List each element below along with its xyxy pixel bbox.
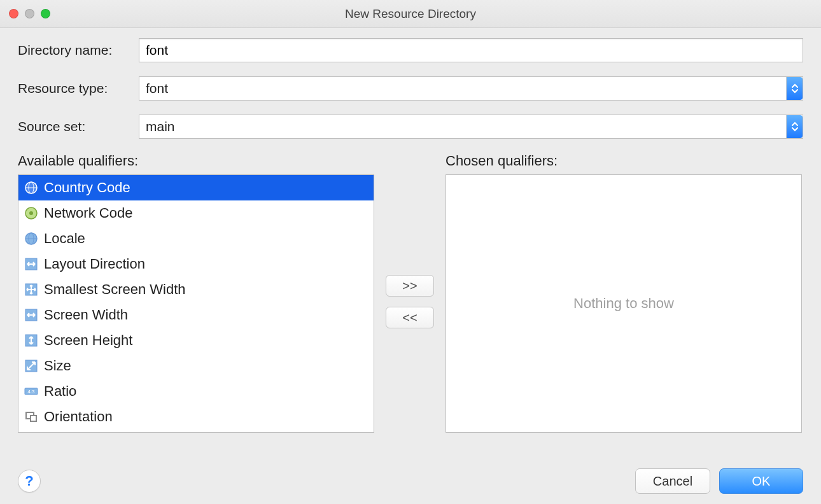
window-controls	[9, 9, 50, 18]
arrows-h-icon	[24, 256, 39, 272]
qualifier-label: Layout Direction	[44, 256, 145, 272]
arrows-h-icon	[24, 307, 39, 323]
dropdown-stepper-icon	[786, 115, 803, 138]
globe-flag-icon	[24, 180, 39, 195]
source-set-label: Source set:	[18, 119, 139, 134]
available-qualifier-item[interactable]: Country Code	[18, 175, 374, 200]
source-set-dropdown[interactable]: main	[139, 115, 803, 139]
available-qualifier-item[interactable]: Locale	[18, 226, 374, 251]
resource-type-label: Resource type:	[18, 81, 139, 96]
available-qualifier-item[interactable]: Smallest Screen Width	[18, 277, 374, 302]
cancel-button[interactable]: Cancel	[635, 468, 710, 494]
available-qualifier-item[interactable]: Screen Width	[18, 302, 374, 328]
available-qualifier-item[interactable]: 4:3Ratio	[18, 379, 374, 404]
maximize-icon[interactable]	[41, 9, 50, 18]
qualifier-label: Orientation	[44, 409, 113, 425]
minimize-icon[interactable]	[25, 9, 34, 18]
source-set-value: main	[146, 119, 786, 134]
device-icon	[24, 409, 39, 424]
directory-name-label: Directory name:	[18, 43, 139, 58]
qualifier-label: Size	[44, 358, 71, 374]
available-qualifiers-list[interactable]: Country CodeNetwork CodeLocaleLayout Dir…	[18, 174, 374, 433]
titlebar: New Resource Directory	[0, 0, 821, 28]
available-qualifier-item[interactable]: Orientation	[18, 404, 374, 430]
add-qualifier-button[interactable]: >>	[386, 275, 434, 297]
svg-text:4:3: 4:3	[27, 389, 35, 395]
globe-icon	[24, 231, 39, 246]
expand-icon	[24, 358, 39, 374]
qualifier-label: Screen Height	[44, 332, 132, 349]
arrows-v-icon	[24, 333, 39, 348]
qualifier-label: Locale	[44, 230, 85, 247]
qualifier-label: Country Code	[44, 179, 130, 196]
chosen-qualifiers-heading: Chosen qualifiers:	[446, 153, 802, 169]
help-button[interactable]: ?	[18, 470, 41, 493]
available-qualifiers-heading: Available qualifiers:	[18, 153, 374, 169]
qualifier-label: Network Code	[44, 205, 132, 221]
qualifier-label: Smallest Screen Width	[44, 281, 186, 298]
close-icon[interactable]	[9, 9, 18, 18]
qualifier-label: Ratio	[44, 383, 76, 400]
ok-button[interactable]: OK	[719, 468, 803, 494]
network-icon	[24, 206, 39, 221]
qualifier-label: Screen Width	[44, 307, 128, 323]
available-qualifier-item[interactable]: Layout Direction	[18, 251, 374, 277]
available-qualifier-item[interactable]: Size	[18, 353, 374, 379]
chosen-empty-text: Nothing to show	[573, 295, 674, 312]
chosen-qualifiers-list[interactable]: Nothing to show	[446, 174, 802, 433]
ratio-icon: 4:3	[24, 384, 39, 399]
window-title: New Resource Directory	[0, 7, 821, 21]
remove-qualifier-button[interactable]: <<	[386, 307, 434, 328]
available-qualifier-item[interactable]: Screen Height	[18, 328, 374, 353]
directory-name-input[interactable]	[139, 38, 803, 62]
svg-point-4	[29, 211, 33, 215]
resource-type-dropdown[interactable]: font	[139, 76, 803, 101]
arrows-4-icon	[24, 282, 39, 297]
svg-rect-16	[31, 416, 36, 421]
dropdown-stepper-icon	[786, 77, 803, 100]
available-qualifier-item[interactable]: Network Code	[18, 200, 374, 226]
resource-type-value: font	[146, 81, 786, 96]
